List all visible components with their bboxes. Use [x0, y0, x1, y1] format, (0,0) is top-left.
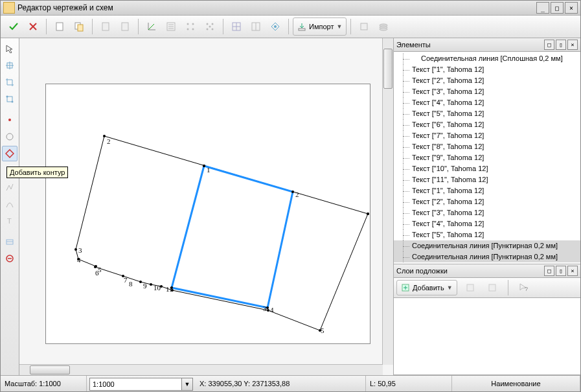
tree-item[interactable]: Текст ["3", Tahoma 12] — [394, 86, 580, 97]
layers-list[interactable] — [394, 298, 580, 375]
new-icon[interactable] — [51, 17, 69, 36]
tree-item[interactable]: Текст ["9", Tahoma 12] — [394, 152, 580, 163]
scale-combo-value: 1:1000 — [93, 380, 115, 388]
tree-item[interactable]: Текст ["4", Tahoma 12] — [394, 97, 580, 108]
vertical-scrollbar[interactable] — [382, 38, 393, 365]
layers-icon[interactable] — [374, 17, 393, 36]
add-layer-button[interactable]: Добавить ▼ — [396, 280, 457, 295]
pane-pin-button[interactable]: ▯ — [556, 40, 566, 50]
tree-item[interactable]: Текст ["1", Tahoma 12] — [394, 64, 580, 75]
tree-item[interactable]: Текст ["5", Tahoma 12] — [394, 229, 580, 240]
export-icon[interactable] — [355, 17, 373, 36]
elements-tree[interactable]: Соединительная линия [Сплошная 0,2 мм]Те… — [394, 52, 580, 264]
layer-props-icon[interactable] — [483, 279, 501, 297]
arc-tool[interactable] — [2, 196, 17, 212]
svg-text:4: 4 — [270, 306, 274, 314]
grid1-icon[interactable] — [227, 17, 245, 36]
apply-button[interactable] — [5, 17, 23, 36]
tree-item[interactable]: Текст ["7", Tahoma 12] — [394, 130, 580, 141]
tree-item[interactable]: Текст ["1", Tahoma 12] — [394, 185, 580, 196]
tree-item[interactable]: Текст ["11", Tahoma 12] — [394, 174, 580, 185]
status-coords: X: 339055,30 Y: 2371353,88 — [196, 376, 366, 391]
svg-point-17 — [192, 29, 194, 30]
add-contour-tool[interactable] — [2, 146, 17, 161]
svg-text:3: 3 — [263, 305, 267, 312]
pane-float-button[interactable]: □ — [544, 40, 554, 50]
tree-item[interactable]: Соединительная линия [Пунктирная 0,2 мм] — [394, 240, 580, 251]
svg-text:4: 4 — [77, 256, 81, 264]
elements-pane: Элементы □ ▯ × Соединительная линия [Спл… — [394, 38, 580, 264]
svg-text:7: 7 — [124, 276, 128, 284]
list-icon[interactable] — [162, 17, 180, 36]
svg-point-38 — [6, 96, 8, 98]
svg-point-39 — [12, 101, 14, 103]
tree-item[interactable]: Соединительная линия [Сплошная 0,2 мм] — [394, 53, 580, 64]
tree-item[interactable]: Соединительная линия [Пунктирная 0,2 мм] — [394, 251, 580, 262]
grid2-icon[interactable] — [247, 17, 265, 36]
transform-tool[interactable] — [2, 91, 17, 107]
import-button[interactable]: Импорт ▼ — [293, 17, 347, 36]
chevron-down-icon: ▼ — [181, 378, 192, 390]
svg-point-40 — [8, 119, 11, 121]
layer-help-icon[interactable]: ? — [515, 279, 533, 297]
svg-point-22 — [212, 29, 214, 30]
axes-icon[interactable] — [142, 17, 161, 36]
snap-blue-icon[interactable] — [266, 17, 284, 36]
tree-item[interactable]: Текст ["2", Tahoma 12] — [394, 196, 580, 207]
import-label: Импорт — [309, 23, 334, 30]
tree-item[interactable]: Текст ["8", Tahoma 12] — [394, 141, 580, 152]
svg-point-61 — [367, 213, 369, 215]
pane-close-button[interactable]: × — [567, 40, 578, 50]
pane-close-button[interactable]: × — [567, 266, 578, 276]
layers-pane: Слои подложки □ ▯ × Добавить ▼ ? — [394, 264, 580, 375]
pane-pin-button[interactable]: ▯ — [556, 266, 566, 276]
scale-combo[interactable]: 1:1000 ▼ — [89, 378, 193, 391]
chevron-down-icon: ▼ — [447, 284, 453, 291]
tree-item[interactable]: Текст ["10", Tahoma 12] — [394, 163, 580, 174]
svg-text:2: 2 — [295, 190, 299, 198]
pane-float-button[interactable]: □ — [544, 266, 554, 276]
horizontal-scrollbar[interactable] — [19, 364, 383, 375]
status-name-label: Наименование — [452, 376, 580, 391]
add-icon — [401, 283, 410, 292]
svg-point-15 — [192, 23, 194, 25]
add-node-tool[interactable] — [2, 58, 17, 73]
close-button[interactable]: × — [565, 2, 578, 14]
svg-point-63 — [291, 190, 294, 193]
svg-point-16 — [187, 29, 189, 30]
crop-tool[interactable] — [2, 75, 17, 90]
svg-point-28 — [274, 25, 277, 28]
svg-point-19 — [212, 23, 214, 25]
circle-tool[interactable] — [2, 129, 17, 144]
tree-item[interactable]: Текст ["6", Tahoma 12] — [394, 119, 580, 130]
tree-item[interactable]: Текст ["2", Tahoma 12] — [394, 75, 580, 86]
table-tool[interactable] — [2, 234, 17, 249]
tree-item[interactable]: Текст ["5", Tahoma 12] — [394, 108, 580, 119]
delete-tool[interactable] — [2, 251, 17, 266]
canvas-area[interactable]: 123456789101112345 — [19, 38, 393, 375]
select-tool[interactable] — [2, 41, 17, 56]
svg-point-21 — [207, 29, 209, 30]
snap2-icon[interactable] — [201, 17, 219, 36]
layers-toolbar: Добавить ▼ ? — [394, 278, 580, 298]
snap1-icon[interactable] — [181, 17, 199, 36]
layers-header: Слои подложки □ ▯ × — [394, 264, 580, 278]
svg-point-53 — [94, 266, 97, 268]
add-layer-label: Добавить — [413, 284, 444, 292]
elements-header: Элементы □ ▯ × — [394, 38, 580, 52]
cancel-button[interactable] — [24, 17, 42, 36]
svg-text:1: 1 — [207, 166, 211, 174]
copy-icon[interactable] — [70, 17, 88, 36]
doc1-icon[interactable] — [97, 17, 115, 36]
status-scale-label: Масштаб: 1:1000 — [1, 376, 87, 391]
point-tool[interactable] — [2, 112, 17, 128]
text-tool[interactable]: T — [2, 213, 17, 229]
tree-item[interactable]: Текст ["4", Tahoma 12] — [394, 218, 580, 229]
doc2-icon[interactable] — [116, 17, 134, 36]
layer-remove-icon[interactable] — [461, 279, 479, 297]
maximize-button[interactable]: □ — [551, 2, 564, 14]
tree-item[interactable]: Текст ["3", Tahoma 12] — [394, 207, 580, 218]
polyline-tool[interactable] — [2, 179, 17, 195]
svg-rect-5 — [102, 23, 109, 30]
minimize-button[interactable]: _ — [536, 2, 549, 14]
